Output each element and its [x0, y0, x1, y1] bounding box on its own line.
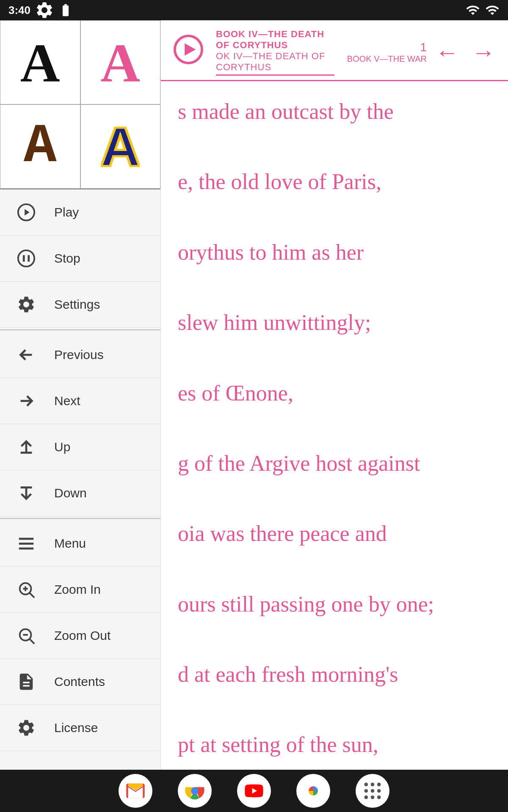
header-right: 1 BOOK V—THE WAR — [347, 41, 427, 64]
header-next-book: BOOK V—THE WAR — [347, 54, 427, 64]
menu-item-menu[interactable]: Menu — [0, 521, 160, 567]
gmail-app-icon[interactable] — [119, 774, 152, 808]
settings-icon — [35, 0, 54, 20]
content-area: BOOK IV—THE DEATH OF CORYTHUS OK IV—THE … — [161, 20, 508, 770]
menu-label-next: Next — [54, 394, 80, 408]
svg-point-30 — [371, 789, 375, 793]
chrome-app-icon[interactable] — [178, 774, 212, 808]
font-letter-serif-pink: A — [100, 35, 140, 90]
header-back-arrow[interactable]: ← — [435, 38, 459, 66]
main-container: A A A A Play — [0, 20, 508, 770]
menu-label-settings: Settings — [54, 297, 100, 312]
separator-2 — [0, 518, 160, 519]
reader-content: s made an outcast by the e, the old love… — [161, 81, 508, 770]
svg-point-33 — [371, 796, 375, 799]
font-letter-serif-black: A — [20, 35, 60, 90]
font-style-grid: A A A A — [0, 20, 160, 189]
svg-marker-1 — [25, 209, 30, 215]
wifi-icon — [466, 3, 480, 17]
menu-item-up[interactable]: Up — [0, 424, 160, 470]
status-bar: 3:40 — [0, 0, 508, 20]
menu-label-zoom-in: Zoom In — [54, 582, 101, 597]
pause-icon — [15, 247, 37, 269]
settings-gear-icon — [15, 294, 37, 315]
svg-rect-13 — [19, 548, 34, 550]
svg-rect-11 — [19, 538, 34, 540]
menu-item-settings[interactable]: Settings — [0, 282, 160, 328]
sidebar: A A A A Play — [0, 20, 161, 770]
menu-label-down: Down — [54, 486, 87, 500]
menu-item-zoom-in[interactable]: Zoom In — [0, 567, 160, 613]
header-nav-arrows: ← → — [435, 38, 495, 66]
header-play-button[interactable] — [174, 35, 203, 70]
header-book-title-line1: BOOK IV—THE DEATH OF CORYTHUS — [216, 29, 334, 51]
status-time: 3:40 — [8, 4, 30, 17]
font-letter-navy-yellow: A — [100, 119, 140, 174]
font-cell-serif-black[interactable]: A — [0, 20, 80, 104]
menu-item-zoom-out[interactable]: Zoom Out — [0, 613, 160, 659]
reader-text-body: s made an outcast by the e, the old love… — [178, 94, 491, 770]
previous-icon — [15, 344, 37, 366]
menu-item-down[interactable]: Down — [0, 470, 160, 516]
down-icon — [15, 482, 37, 504]
battery-icon — [58, 3, 73, 17]
contents-icon — [15, 671, 37, 693]
signal-icon — [485, 3, 500, 17]
menu-item-play[interactable]: Play — [0, 189, 160, 236]
svg-point-27 — [371, 783, 375, 787]
svg-point-31 — [377, 789, 381, 793]
svg-point-29 — [364, 789, 368, 793]
menu-label-zoom-out: Zoom Out — [54, 628, 110, 643]
status-right — [466, 3, 500, 17]
menu-item-next[interactable]: Next — [0, 378, 160, 424]
menu-label-menu: Menu — [54, 536, 86, 551]
svg-line-19 — [30, 639, 35, 644]
up-icon — [15, 436, 37, 458]
separator-1 — [0, 329, 160, 330]
menu-section: Play Stop Settings — [0, 189, 160, 770]
apps-grid-icon[interactable] — [356, 774, 389, 808]
svg-point-32 — [364, 796, 368, 799]
menu-lines-icon — [15, 532, 37, 554]
status-left: 3:40 — [8, 0, 73, 20]
header-forward-arrow[interactable]: → — [472, 38, 495, 66]
menu-item-previous[interactable]: Previous — [0, 332, 160, 378]
next-icon — [15, 390, 37, 412]
menu-label-license: License — [54, 721, 98, 735]
font-cell-serif-pink[interactable]: A — [80, 20, 161, 104]
menu-item-stop[interactable]: Stop — [0, 236, 160, 282]
font-cell-navy-yellow[interactable]: A — [80, 104, 161, 189]
svg-point-28 — [377, 783, 381, 787]
zoom-out-icon — [15, 625, 37, 647]
menu-label-play: Play — [54, 205, 79, 219]
play-icon — [15, 201, 37, 223]
svg-point-25 — [191, 787, 198, 794]
svg-point-34 — [377, 796, 381, 799]
font-cell-slab-brown[interactable]: A — [0, 104, 80, 189]
header-book-subtitle: OK IV—THE DEATH OF CORYTHUS — [216, 51, 334, 76]
svg-point-2 — [18, 250, 34, 266]
header-page-number: 1 — [420, 41, 427, 54]
svg-point-26 — [364, 783, 368, 787]
menu-label-stop: Stop — [54, 251, 80, 266]
license-icon — [15, 717, 37, 739]
svg-rect-12 — [19, 543, 34, 545]
menu-item-contents[interactable]: Contents — [0, 659, 160, 705]
bottom-nav-bar — [0, 770, 508, 812]
photos-app-icon[interactable] — [296, 774, 330, 808]
reader-header-inner: BOOK IV—THE DEATH OF CORYTHUS OK IV—THE … — [174, 29, 495, 76]
svg-marker-22 — [185, 43, 196, 55]
zoom-in-icon — [15, 579, 37, 601]
menu-label-contents: Contents — [54, 675, 105, 689]
font-letter-slab-brown: A — [24, 119, 57, 174]
menu-label-previous: Previous — [54, 348, 104, 362]
header-center-group: BOOK IV—THE DEATH OF CORYTHUS OK IV—THE … — [203, 29, 347, 76]
youtube-app-icon[interactable] — [237, 774, 271, 808]
svg-line-15 — [30, 593, 35, 598]
menu-label-up: Up — [54, 440, 70, 454]
reader-header: BOOK IV—THE DEATH OF CORYTHUS OK IV—THE … — [161, 20, 508, 81]
menu-item-license[interactable]: License — [0, 705, 160, 751]
